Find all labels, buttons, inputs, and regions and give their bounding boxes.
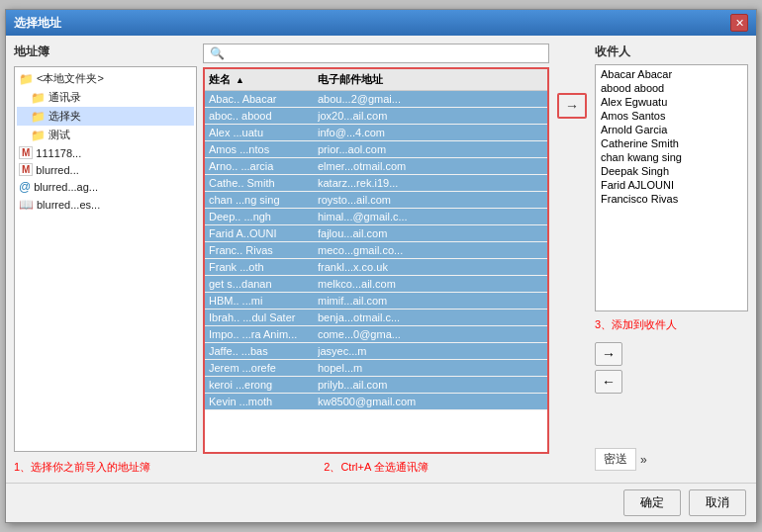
table-row[interactable]: Abac.. Abacarabou...2@gmai... <box>205 91 547 108</box>
contact-email: elmer...otmail.com <box>318 160 543 172</box>
table-row[interactable]: Kevin ...mothkw8500@gmail.com <box>205 394 547 410</box>
add-to-recipients-button[interactable]: → <box>557 93 587 119</box>
folder-icon: 📁 <box>31 91 46 105</box>
address-book-label: 地址簿 <box>14 44 197 60</box>
contact-email: prilyb...ail.com <box>318 379 543 391</box>
bcc-area: 密送 » <box>595 444 748 475</box>
table-header: 姓名 ▲ 电子邮件地址 <box>205 69 547 91</box>
tree-item-selected-folder[interactable]: 📁选择夹 <box>17 107 194 126</box>
contact-name: Kevin ...moth <box>209 396 318 407</box>
contact-email: roysto...ail.com <box>318 194 543 206</box>
contact-table: 姓名 ▲ 电子邮件地址 Abac.. Abacarabou...2@gmai..… <box>203 67 549 454</box>
contact-email: kw8500@gmail.com <box>318 396 543 407</box>
tree-item-label: 111178... <box>36 147 81 159</box>
tree-item-label: <本地文件夹> <box>37 71 104 86</box>
table-row[interactable]: Deep.. ...nghhimal...@gmail.c... <box>205 209 547 225</box>
table-row[interactable]: Ibrah.. ...dul Saterbenja...otmail.c... <box>205 310 547 326</box>
contact-email: himal...@gmail.c... <box>318 211 543 222</box>
search-input[interactable] <box>229 46 542 60</box>
address-book-tree[interactable]: 📁<本地文件夹>📁通讯录📁选择夹📁测试M111178...Mblurred...… <box>14 66 197 452</box>
recipient-item[interactable]: Amos Santos <box>598 109 745 123</box>
dialog-title: 选择地址 <box>14 15 61 32</box>
table-row[interactable]: Farid A..OUNIfajlou...ail.com <box>205 225 547 242</box>
table-row[interactable]: Jerem ...orefehopel...m <box>205 360 547 377</box>
recipient-item[interactable]: Francisco Rivas <box>598 192 745 206</box>
contact-name: HBM.. ...mi <box>209 295 318 307</box>
contact-name: Deep.. ...ngh <box>209 211 318 222</box>
contact-email: come...0@gma... <box>318 328 543 340</box>
contact-email: jox20...ail.com <box>318 110 543 122</box>
contact-email: frankl...x.co.uk <box>318 261 543 273</box>
recipient-item[interactable]: Deepak Singh <box>598 164 745 178</box>
tree-item-label: 测试 <box>48 128 70 142</box>
select-address-dialog: 选择地址 ✕ 地址簿 📁<本地文件夹>📁通讯录📁选择夹📁测试M111178...… <box>5 9 757 523</box>
tree-item-label: blurred...es... <box>37 199 100 211</box>
right-panel: 收件人 Abacar Abacarabood aboodAlex Egwuatu… <box>595 44 748 475</box>
col-email-header[interactable]: 电子邮件地址 <box>318 72 543 87</box>
tree-item-contacts-blurred[interactable]: 📁通讯录 <box>17 88 194 107</box>
close-button[interactable]: ✕ <box>730 14 748 32</box>
sort-arrow-icon: ▲ <box>236 75 244 85</box>
contact-email: mimif...ail.com <box>318 295 543 307</box>
left-panel: 地址簿 📁<本地文件夹>📁通讯录📁选择夹📁测试M111178...Mblurre… <box>14 44 197 475</box>
recipient-item[interactable]: Alex Egwuatu <box>598 95 745 109</box>
contact-name: Alex ...uatu <box>209 127 318 138</box>
table-row[interactable]: Frank ...othfrankl...x.co.uk <box>205 259 547 276</box>
contact-name: Abac.. Abacar <box>209 93 318 105</box>
tree-item-gmail1[interactable]: M111178... <box>17 144 194 161</box>
contact-email: hopel...m <box>318 362 543 374</box>
gmail-icon: M <box>19 163 33 176</box>
annotation-step2: 2、Ctrl+A 全选通讯簿 <box>203 458 549 475</box>
contact-email: melkco...ail.com <box>318 278 543 290</box>
table-row[interactable]: Impo.. ...ra Anim...come...0@gma... <box>205 326 547 343</box>
table-row[interactable]: Franc.. Rivasmeco...gmail.co... <box>205 242 547 259</box>
annotation-step1: 1、选择你之前导入的地址簿 <box>14 460 197 475</box>
tree-item-email4[interactable]: 📖blurred...es... <box>17 196 194 214</box>
bcc-expand-icon[interactable]: » <box>640 453 647 467</box>
annotation-step3: 3、添加到收件人 <box>595 317 748 332</box>
tree-item-testing[interactable]: 📁测试 <box>17 126 194 144</box>
at-icon: @ <box>19 180 31 194</box>
table-row[interactable]: Jaffe.. ...basjasyec...m <box>205 343 547 360</box>
move-to-right-button[interactable]: → <box>595 342 622 366</box>
contact-name: aboc.. abood <box>209 110 318 122</box>
recipients-list[interactable]: Abacar Abacarabood aboodAlex EgwuatuAmos… <box>595 64 748 311</box>
folder-icon: 📁 <box>31 129 46 142</box>
table-row[interactable]: aboc.. aboodjox20...ail.com <box>205 108 547 125</box>
recipient-item[interactable]: Farid AJLOUNI <box>598 178 745 192</box>
contact-name: Arno.. ...arcia <box>209 160 318 172</box>
tree-item-label: 选择夹 <box>48 109 81 124</box>
table-row[interactable]: Amos ...ntosprior...aol.com <box>205 141 547 158</box>
tree-item-gmail2[interactable]: Mblurred... <box>17 161 194 178</box>
contact-email: benja...otmail.c... <box>318 311 543 323</box>
confirm-button[interactable]: 确定 <box>623 489 681 516</box>
contact-name: Franc.. Rivas <box>209 244 318 256</box>
contact-name: Frank ...oth <box>209 261 318 273</box>
recipient-item[interactable]: Arnold Garcia <box>598 123 745 136</box>
book-icon: 📖 <box>19 198 34 212</box>
col-name-header[interactable]: 姓名 ▲ <box>209 72 318 87</box>
dialog-footer: 确定 取消 <box>6 483 756 522</box>
table-row[interactable]: chan ...ng singroysto...ail.com <box>205 192 547 209</box>
table-row[interactable]: Cathe.. Smithkatarz...rek.i19... <box>205 175 547 192</box>
tree-item-label: blurred... <box>36 164 78 176</box>
tree-item-email3[interactable]: @blurred...ag... <box>17 178 194 196</box>
move-to-left-button[interactable]: ← <box>595 370 622 394</box>
table-row[interactable]: Alex ...uatuinfo@...4.com <box>205 125 547 141</box>
table-row[interactable]: HBM.. ...mimimif...ail.com <box>205 293 547 310</box>
table-row[interactable]: keroi ...erongprilyb...ail.com <box>205 377 547 394</box>
contact-table-body[interactable]: Abac.. Abacarabou...2@gmai...aboc.. aboo… <box>205 91 547 452</box>
recipient-item[interactable]: Abacar Abacar <box>598 67 745 81</box>
table-row[interactable]: Arno.. ...arciaelmer...otmail.com <box>205 158 547 175</box>
cancel-button[interactable]: 取消 <box>689 489 746 516</box>
contact-name: chan ...ng sing <box>209 194 318 206</box>
recipient-item[interactable]: abood abood <box>598 81 745 95</box>
table-row[interactable]: get s...dananmelkco...ail.com <box>205 276 547 293</box>
contact-email: prior...aol.com <box>318 143 543 155</box>
title-bar: 选择地址 ✕ <box>6 10 756 36</box>
recipient-item[interactable]: Catherine Smith <box>598 136 745 150</box>
recipient-item[interactable]: chan kwang sing <box>598 150 745 164</box>
contact-email: info@...4.com <box>318 127 543 138</box>
recipients-label: 收件人 <box>595 44 748 60</box>
tree-item-local-folder[interactable]: 📁<本地文件夹> <box>17 69 194 88</box>
